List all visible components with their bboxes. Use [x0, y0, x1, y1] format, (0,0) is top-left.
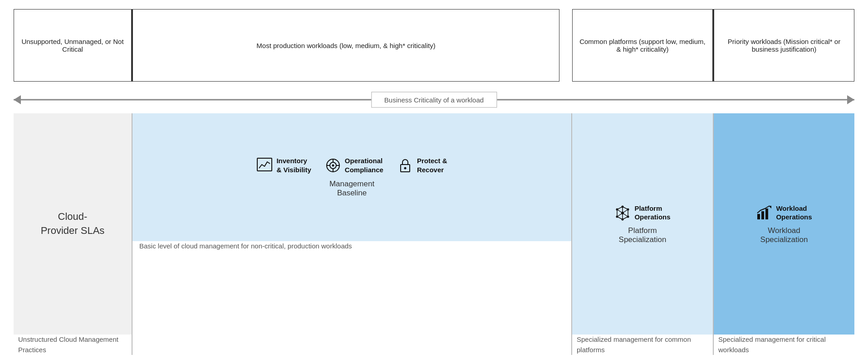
workload-specialization-section: Workload Operations Workload Specializat…	[714, 113, 854, 335]
management-baseline-subtitle: Management Baseline	[329, 180, 374, 198]
workload-operations-icon	[756, 205, 772, 221]
inventory-visibility-icon	[256, 157, 273, 174]
main-container: Unsupported, Unmanaged, or Not Critical …	[0, 0, 868, 364]
svg-marker-32	[769, 206, 771, 209]
top-box-col3: Common platforms (support low, medium, &…	[572, 9, 713, 82]
management-baseline-section: Inventory & Visibility	[132, 113, 571, 241]
arrow-left-head	[14, 95, 21, 104]
operational-compliance-item: Operational Compliance	[325, 156, 383, 174]
arrow-right-head	[847, 95, 854, 104]
column-2: Inventory & Visibility	[132, 113, 571, 355]
svg-line-18	[623, 209, 628, 213]
top-box-col1: Unsupported, Unmanaged, or Not Critical	[14, 9, 132, 82]
inventory-visibility-label: Inventory & Visibility	[276, 156, 311, 174]
svg-line-23	[617, 207, 623, 209]
inventory-visibility-item: Inventory & Visibility	[256, 156, 311, 174]
bottom-col4: Specialized management for critical work…	[714, 335, 854, 355]
icons-row: Inventory & Visibility	[137, 156, 567, 174]
arrow-label: Business Criticality of a workload	[371, 92, 497, 108]
operational-compliance-label: Operational Compliance	[345, 156, 383, 174]
svg-rect-30	[761, 211, 764, 219]
svg-line-24	[623, 207, 628, 209]
bottom-col4-text: Specialized management for critical work…	[718, 335, 850, 355]
bottom-col2: Basic level of cloud management for non-…	[132, 241, 571, 355]
sla-title: Cloud- Provider SLAs	[41, 210, 105, 238]
svg-line-19	[617, 213, 623, 217]
bottom-col1-text: Unstructured Cloud Management Practices	[18, 335, 127, 355]
operational-compliance-icon	[325, 157, 341, 174]
svg-line-26	[623, 217, 628, 219]
platform-specialization-section: Platform Operations Platform Specializat…	[572, 113, 713, 335]
svg-line-17	[617, 209, 623, 213]
arrow-row: Business Criticality of a workload	[14, 86, 854, 113]
platform-ops-item: Platform Operations	[614, 204, 670, 222]
workload-specialization-subtitle: Workload Specialization	[760, 226, 808, 244]
svg-rect-29	[757, 214, 760, 219]
top-box-col1-text: Unsupported, Unmanaged, or Not Critical	[20, 38, 126, 53]
sla-section: Cloud- Provider SLAs	[14, 113, 132, 335]
column-4: Workload Operations Workload Specializat…	[714, 113, 854, 355]
protect-recover-label: Protect & Recover	[417, 156, 447, 174]
bottom-col3: Specialized management for common platfo…	[572, 335, 713, 355]
svg-rect-31	[765, 209, 768, 219]
protect-recover-icon	[397, 157, 413, 174]
svg-point-9	[404, 167, 406, 170]
column-1: Cloud- Provider SLAs Unstructured Cloud …	[14, 113, 132, 355]
bottom-col1: Unstructured Cloud Management Practices	[14, 335, 132, 355]
bottom-col2-text: Basic level of cloud management for non-…	[139, 241, 352, 252]
top-box-col4-text: Priority workloads (Mission critical* or…	[720, 38, 848, 53]
platform-operations-icon	[614, 205, 631, 221]
protect-recover-item: Protect & Recover	[397, 156, 447, 174]
bottom-col3-text: Specialized management for common platfo…	[577, 335, 708, 355]
top-boxes-row: Unsupported, Unmanaged, or Not Critical …	[14, 9, 854, 82]
platform-operations-label: Platform Operations	[634, 204, 670, 222]
top-box-col3-text: Common platforms (support low, medium, &…	[578, 38, 707, 53]
svg-line-25	[617, 217, 623, 219]
content-bottom-wrapper: Cloud- Provider SLAs Unstructured Cloud …	[14, 113, 854, 355]
column-3: Platform Operations Platform Specializat…	[572, 113, 713, 355]
top-box-col2: Most production workloads (low, medium, …	[132, 9, 559, 82]
workload-ops-item: Workload Operations	[756, 204, 812, 222]
svg-rect-0	[257, 158, 272, 171]
top-box-col4: Priority workloads (Mission critical* or…	[714, 9, 854, 82]
svg-point-7	[332, 165, 334, 167]
svg-line-20	[623, 213, 628, 217]
workload-operations-label: Workload Operations	[776, 204, 812, 222]
platform-specialization-subtitle: Platform Specialization	[619, 226, 667, 244]
top-box-col2-text: Most production workloads (low, medium, …	[256, 42, 435, 49]
